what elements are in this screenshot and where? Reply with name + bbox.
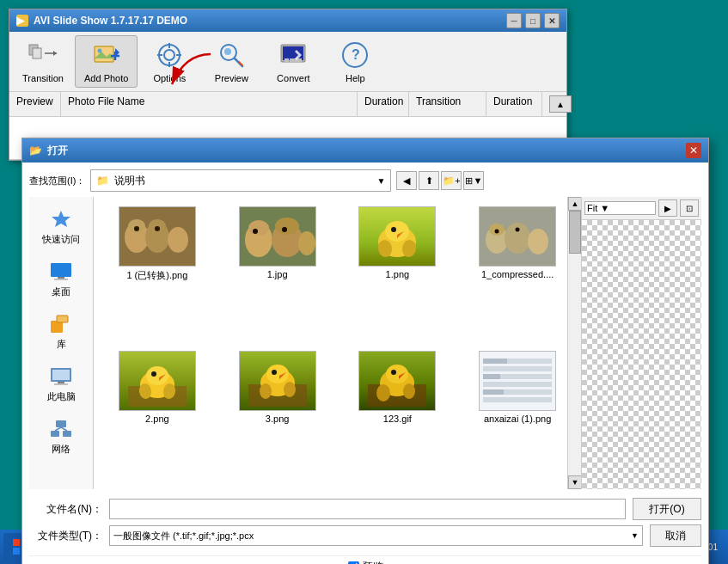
preview-expand-btn[interactable]: ⊡ — [680, 199, 699, 217]
app-icon: ▶ — [16, 15, 28, 27]
toolbar-options-button[interactable]: Options — [139, 35, 199, 88]
filename-input[interactable] — [109, 499, 626, 519]
sidebar-item-network[interactable]: 网络 — [35, 414, 87, 459]
file-thumbnail — [358, 206, 436, 267]
quick-access-icon — [47, 207, 75, 231]
svg-point-93 — [391, 370, 396, 375]
svg-point-77 — [151, 371, 156, 377]
toolbar-help-button[interactable]: ? Help — [325, 35, 385, 88]
scrollbar[interactable]: ▲ ▼ — [567, 197, 581, 489]
svg-point-55 — [275, 218, 299, 235]
location-label: 查找范围(I)： — [29, 175, 85, 187]
toolbar-convert-button[interactable]: Convert — [263, 35, 323, 88]
preview-check-text: 预览 — [363, 560, 383, 564]
maximize-button[interactable]: □ — [525, 13, 541, 28]
file-item[interactable]: 1_compressed.... — [459, 202, 576, 343]
location-select[interactable]: 📁 说明书 ▼ — [90, 169, 391, 192]
library-label: 库 — [57, 338, 66, 351]
svg-rect-101 — [483, 382, 552, 387]
filename-label: 文件名(N)： — [29, 502, 102, 517]
nav-new-folder-button[interactable]: 📁+ — [441, 171, 462, 190]
svg-rect-104 — [483, 359, 507, 364]
toolbar-add-photo-button[interactable]: Add Photo — [75, 35, 138, 88]
cancel-button[interactable]: 取消 — [650, 524, 701, 547]
location-folder-icon: 📁 — [96, 175, 109, 187]
svg-rect-33 — [57, 316, 68, 322]
nav-view-button[interactable]: ⊞▼ — [463, 171, 484, 190]
svg-point-69 — [528, 229, 548, 254]
svg-rect-99 — [483, 366, 552, 371]
sidebar-item-this-pc[interactable]: 此电脑 — [35, 361, 87, 407]
convert-label: Convert — [277, 73, 310, 83]
file-item[interactable]: 2.png — [99, 346, 216, 485]
transition-icon — [28, 40, 58, 70]
dialog-title-left: 📂 打开 — [29, 144, 68, 158]
svg-line-19 — [239, 62, 242, 65]
file-item[interactable]: 1.jpg — [219, 202, 336, 343]
file-name: anxaizai (1).png — [484, 414, 551, 424]
minimize-button[interactable]: ─ — [506, 13, 522, 28]
svg-rect-110 — [13, 548, 20, 555]
svg-rect-106 — [483, 389, 504, 395]
dialog-main: 快速访问 桌面 — [29, 197, 701, 489]
svg-point-85 — [272, 370, 277, 375]
file-name: 1.png — [386, 269, 410, 279]
file-grid-area: 1 (已转换).png — [94, 197, 581, 489]
preview-checkbox-label[interactable]: 预览 — [348, 560, 383, 564]
svg-point-49 — [134, 226, 139, 231]
svg-point-62 — [391, 227, 396, 232]
preview-nav-btn[interactable]: ▶ — [658, 199, 677, 217]
dialog-title: 打开 — [47, 144, 68, 158]
preview-check-row: 预览 — [29, 555, 701, 564]
svg-line-42 — [61, 427, 67, 431]
scroll-up-btn[interactable]: ▲ — [549, 95, 572, 113]
file-name: 1_compressed.... — [481, 269, 554, 279]
svg-point-46 — [168, 227, 188, 253]
svg-rect-108 — [13, 539, 20, 546]
sidebar-item-library[interactable]: 库 — [35, 309, 87, 354]
open-ok-button[interactable]: 打开(O) — [633, 498, 701, 520]
file-name: 3.png — [266, 414, 290, 424]
scroll-down-arrow[interactable]: ▼ — [568, 475, 581, 489]
file-item[interactable]: 1 (已转换).png — [99, 202, 216, 343]
file-name: 1.jpg — [267, 269, 288, 279]
file-item[interactable]: 3.png — [219, 346, 336, 485]
close-button[interactable]: ✕ — [544, 13, 560, 28]
desktop-icon — [47, 260, 75, 284]
preview-label: Preview — [215, 73, 248, 83]
svg-rect-38 — [56, 420, 66, 427]
sidebar-item-quick-access[interactable]: 快速访问 — [35, 204, 87, 249]
preview-toolbar: Fit ▼ ▶ ⊡ — [582, 197, 701, 220]
transition-label: Transition — [22, 73, 64, 83]
scroll-thumb[interactable] — [569, 211, 581, 254]
preview-fit-select[interactable]: Fit ▼ — [584, 201, 656, 215]
toolbar-transition-button[interactable]: Transition — [13, 35, 73, 88]
filetype-select[interactable]: 一般图像文件 (*.tif;*.gif;*.jpg;*.pcx ▼ — [109, 525, 643, 546]
svg-rect-22 — [284, 58, 289, 62]
toolbar-preview-button[interactable]: Preview — [201, 35, 261, 88]
svg-point-92 — [386, 365, 408, 383]
svg-text:?: ? — [352, 47, 360, 62]
location-nav-buttons: ◀ ⬆ 📁+ ⊞▼ — [396, 171, 484, 190]
svg-point-87 — [260, 383, 272, 399]
dialog-bottom: 文件名(N)： 打开(O) 文件类型(T)： 一般图像文件 (*.tif;*.g… — [29, 494, 701, 550]
nav-back-button[interactable]: ◀ — [396, 171, 417, 190]
col-duration2: Duration — [486, 92, 542, 116]
file-grid: 1 (已转换).png — [94, 197, 581, 489]
svg-point-88 — [284, 382, 296, 397]
svg-point-54 — [248, 220, 269, 236]
dialog-title-bar: 📂 打开 ✕ — [22, 138, 708, 162]
file-item[interactable]: 1.png — [340, 202, 456, 343]
sidebar-item-desktop[interactable]: 桌面 — [35, 256, 87, 302]
file-item[interactable]: anxaizai (1).png — [459, 346, 576, 485]
scroll-up-arrow[interactable]: ▲ — [568, 197, 581, 211]
dialog-close-button[interactable]: ✕ — [686, 143, 701, 158]
options-icon — [154, 40, 185, 70]
nav-up-button[interactable]: ⬆ — [419, 171, 439, 190]
dialog-body: 查找范围(I)： 📁 说明书 ▼ ◀ ⬆ 📁+ ⊞▼ — [22, 162, 708, 564]
svg-point-57 — [282, 227, 287, 232]
svg-point-76 — [146, 366, 168, 385]
svg-rect-105 — [483, 374, 500, 379]
file-item[interactable]: 123.gif — [340, 346, 456, 485]
preview-panel: Fit ▼ ▶ ⊡ — [581, 197, 701, 489]
